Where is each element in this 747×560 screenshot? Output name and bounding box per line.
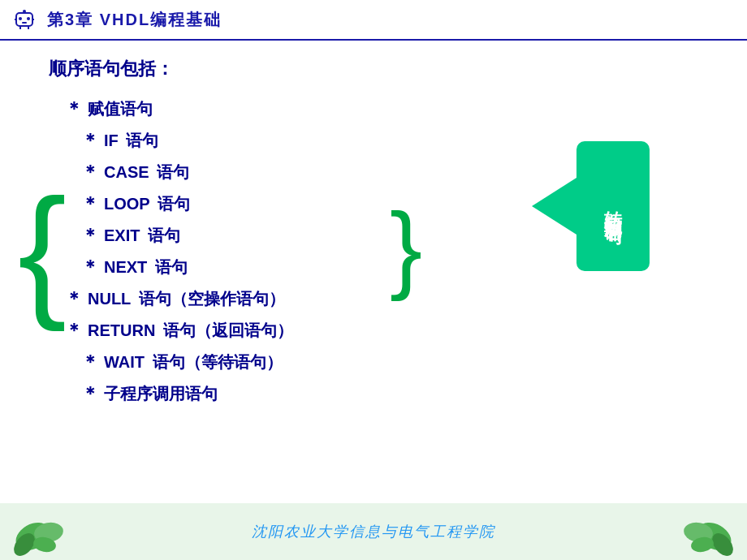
item-text: 语句（等待语句） [148,350,283,374]
section-title: 顺序语句包括： [49,57,698,81]
svg-rect-3 [22,22,27,24]
item-keyword: CASE [104,160,149,184]
list-item: ＊ NULL 语句（空操作语句） [65,282,698,314]
footer: 沈阳农业大学信息与电气工程学院 [0,503,747,560]
footer-text: 沈阳农业大学信息与电气工程学院 [252,522,495,541]
item-keyword: NULL [88,286,131,311]
item-keyword: WAIT [104,350,145,374]
star-icon: ＊ [81,127,99,153]
item-text: 语句 [150,255,188,279]
item-keyword: EXIT [104,223,140,248]
items-container: { ＊ 赋值语句 ＊ IF 语句 ＊ CASE 语句 ＊ LOOP 语句 ＊ E… [49,93,698,409]
item-keyword: RETURN [88,318,155,342]
header: 第3章 VHDL编程基础 [0,0,747,41]
item-text: 语句 [143,223,180,248]
svg-rect-0 [16,13,32,26]
star-icon: ＊ [65,95,83,122]
leaf-svg-left [8,508,73,557]
callout-box: 转向控制语句 [576,141,650,271]
svg-point-1 [19,17,22,20]
leaf-svg-right [674,508,739,557]
callout-arrow [532,178,576,235]
big-left-brace: { [18,117,67,385]
star-icon: ＊ [81,222,99,248]
svg-rect-4 [23,10,26,13]
callout-text: 转向控制语句 [601,196,626,216]
star-icon: ＊ [81,158,99,185]
leaf-decoration-left [8,508,73,560]
callout-wrapper: 转向控制语句 [532,141,650,271]
header-title: 第3章 VHDL编程基础 [47,9,222,31]
star-icon: ＊ [65,285,83,312]
item-text: 语句 [153,192,191,216]
item-text: 语句 [153,160,190,184]
list-item: ＊ RETURN 语句（返回语句） [65,314,698,346]
star-icon: ＊ [81,190,99,217]
leaf-decoration-right [674,508,739,560]
item-text: 语句 [122,128,159,153]
list-item: ＊ 赋值语句 [65,93,698,124]
main-content: 顺序语句包括： { ＊ 赋值语句 ＊ IF 语句 ＊ CASE 语句 ＊ LOO… [0,41,747,425]
right-brace: } [390,153,422,340]
item-keyword: NEXT [104,255,147,279]
star-icon: ＊ [81,253,99,280]
item-text: 语句（空操作语句） [134,286,285,311]
star-icon: ＊ [81,380,99,407]
star-icon: ＊ [81,348,99,375]
list-item: ＊ 子程序调用语句 [81,377,698,409]
item-text: 子程序调用语句 [104,381,218,406]
star-icon: ＊ [65,317,83,343]
item-text: 语句（返回语句） [158,318,293,342]
item-text: 赋值语句 [88,97,153,121]
list-item: ＊ WAIT 语句（等待语句） [81,346,698,377]
item-keyword: IF [104,128,119,153]
chapter-icon [10,5,39,34]
item-keyword: LOOP [104,192,150,216]
svg-point-2 [27,17,30,20]
